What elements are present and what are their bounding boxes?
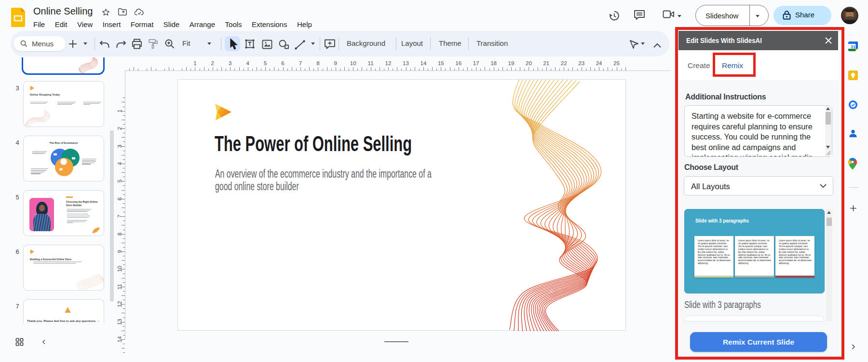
svg-text:31: 31 (851, 44, 855, 49)
